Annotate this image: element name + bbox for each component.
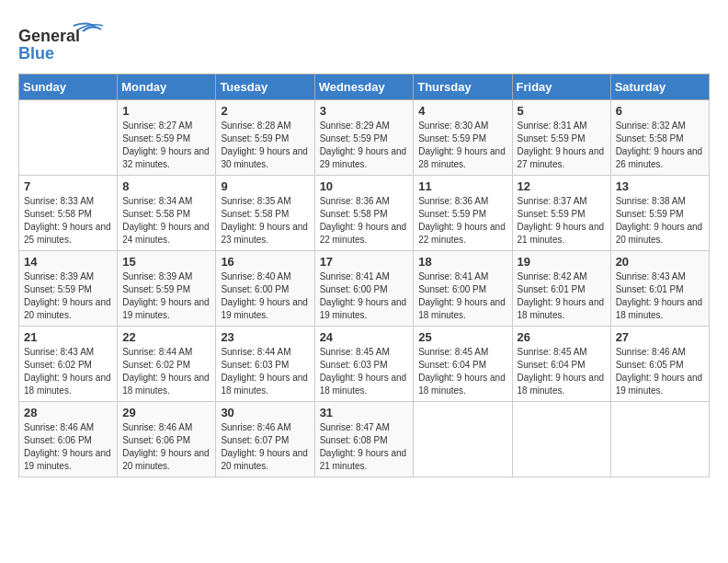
calendar-cell: 10Sunrise: 8:36 AMSunset: 5:58 PMDayligh… [314,176,414,251]
weekday-header-monday: Monday [118,75,216,100]
calendar-cell: 21Sunrise: 8:43 AMSunset: 6:02 PMDayligh… [19,327,118,402]
calendar-cell: 31Sunrise: 8:47 AMSunset: 6:08 PMDayligh… [314,402,414,477]
day-number: 3 [320,104,409,118]
calendar-cell [414,402,512,477]
day-info: Sunrise: 8:47 AMSunset: 6:08 PMDaylight:… [320,421,409,473]
day-number: 17 [320,255,409,269]
calendar-cell: 29Sunrise: 8:46 AMSunset: 6:06 PMDayligh… [118,402,216,477]
calendar-cell: 2Sunrise: 8:28 AMSunset: 5:59 PMDaylight… [216,100,314,176]
calendar-cell: 25Sunrise: 8:45 AMSunset: 6:04 PMDayligh… [414,327,512,402]
day-number: 8 [122,179,210,193]
day-info: Sunrise: 8:37 AMSunset: 5:59 PMDaylight:… [518,195,606,247]
calendar-cell [19,100,118,176]
weekday-header-tuesday: Tuesday [216,75,314,100]
calendar-table: SundayMondayTuesdayWednesdayThursdayFrid… [18,74,710,477]
day-number: 4 [418,104,506,118]
calendar-week-4: 21Sunrise: 8:43 AMSunset: 6:02 PMDayligh… [19,327,710,402]
calendar-cell: 8Sunrise: 8:34 AMSunset: 5:58 PMDaylight… [118,176,216,251]
weekday-header-wednesday: Wednesday [314,75,414,100]
day-info: Sunrise: 8:45 AMSunset: 6:04 PMDaylight:… [418,346,506,397]
day-number: 2 [221,104,309,118]
day-number: 5 [518,104,606,118]
day-info: Sunrise: 8:36 AMSunset: 5:58 PMDaylight:… [320,195,409,247]
day-info: Sunrise: 8:34 AMSunset: 5:58 PMDaylight:… [122,195,210,247]
day-number: 24 [320,330,409,344]
day-number: 31 [320,406,409,419]
day-info: Sunrise: 8:38 AMSunset: 5:59 PMDaylight:… [616,195,704,247]
day-number: 25 [418,330,506,344]
day-number: 26 [518,330,606,344]
page-header: General Blue [18,18,710,64]
day-number: 9 [221,179,309,193]
calendar-cell: 16Sunrise: 8:40 AMSunset: 6:00 PMDayligh… [216,251,314,327]
calendar-cell: 3Sunrise: 8:29 AMSunset: 5:59 PMDaylight… [314,100,414,176]
day-info: Sunrise: 8:33 AMSunset: 5:58 PMDaylight:… [24,195,112,247]
calendar-cell: 27Sunrise: 8:46 AMSunset: 6:05 PMDayligh… [610,327,709,402]
day-number: 1 [122,104,210,118]
calendar-cell: 12Sunrise: 8:37 AMSunset: 5:59 PMDayligh… [512,176,610,251]
day-number: 22 [122,330,210,344]
day-info: Sunrise: 8:46 AMSunset: 6:06 PMDaylight:… [24,421,112,473]
calendar-cell: 6Sunrise: 8:32 AMSunset: 5:58 PMDaylight… [610,100,709,176]
day-info: Sunrise: 8:29 AMSunset: 5:59 PMDaylight:… [320,120,409,171]
day-info: Sunrise: 8:27 AMSunset: 5:59 PMDaylight:… [122,120,210,171]
day-info: Sunrise: 8:41 AMSunset: 6:00 PMDaylight:… [418,270,506,322]
day-info: Sunrise: 8:45 AMSunset: 6:04 PMDaylight:… [518,346,606,397]
day-number: 21 [24,330,112,344]
weekday-header-thursday: Thursday [414,75,512,100]
calendar-cell: 30Sunrise: 8:46 AMSunset: 6:07 PMDayligh… [216,402,314,477]
logo: General Blue [18,18,119,64]
day-info: Sunrise: 8:31 AMSunset: 5:59 PMDaylight:… [518,120,606,171]
calendar-cell: 13Sunrise: 8:38 AMSunset: 5:59 PMDayligh… [610,176,709,251]
calendar-cell [512,402,610,477]
day-number: 13 [616,179,704,193]
day-info: Sunrise: 8:45 AMSunset: 6:03 PMDaylight:… [320,346,409,397]
calendar-body: 1Sunrise: 8:27 AMSunset: 5:59 PMDaylight… [19,100,710,477]
day-info: Sunrise: 8:43 AMSunset: 6:02 PMDaylight:… [24,346,112,397]
calendar-cell [610,402,709,477]
calendar-cell: 4Sunrise: 8:30 AMSunset: 5:59 PMDaylight… [414,100,512,176]
day-number: 23 [221,330,309,344]
day-info: Sunrise: 8:28 AMSunset: 5:59 PMDaylight:… [221,120,309,171]
calendar-cell: 18Sunrise: 8:41 AMSunset: 6:00 PMDayligh… [414,251,512,327]
calendar-week-3: 14Sunrise: 8:39 AMSunset: 5:59 PMDayligh… [19,251,710,327]
day-info: Sunrise: 8:46 AMSunset: 6:05 PMDaylight:… [616,346,704,397]
day-info: Sunrise: 8:30 AMSunset: 5:59 PMDaylight:… [418,120,506,171]
calendar-cell: 23Sunrise: 8:44 AMSunset: 6:03 PMDayligh… [216,327,314,402]
calendar-cell: 15Sunrise: 8:39 AMSunset: 5:59 PMDayligh… [118,251,216,327]
day-number: 19 [518,255,606,269]
calendar-cell: 1Sunrise: 8:27 AMSunset: 5:59 PMDaylight… [118,100,216,176]
day-number: 12 [518,179,606,193]
day-info: Sunrise: 8:35 AMSunset: 5:58 PMDaylight:… [221,195,309,247]
day-info: Sunrise: 8:44 AMSunset: 6:02 PMDaylight:… [122,346,210,397]
calendar-cell: 19Sunrise: 8:42 AMSunset: 6:01 PMDayligh… [512,251,610,327]
day-info: Sunrise: 8:46 AMSunset: 6:06 PMDaylight:… [122,421,210,473]
svg-text:Blue: Blue [18,44,54,63]
calendar-cell: 24Sunrise: 8:45 AMSunset: 6:03 PMDayligh… [314,327,414,402]
day-number: 28 [24,406,112,419]
weekday-header-row: SundayMondayTuesdayWednesdayThursdayFrid… [19,75,710,100]
calendar-week-5: 28Sunrise: 8:46 AMSunset: 6:06 PMDayligh… [19,402,710,477]
calendar-cell: 7Sunrise: 8:33 AMSunset: 5:58 PMDaylight… [19,176,118,251]
calendar-cell: 5Sunrise: 8:31 AMSunset: 5:59 PMDaylight… [512,100,610,176]
day-number: 20 [616,255,704,269]
day-number: 16 [221,255,309,269]
calendar-week-2: 7Sunrise: 8:33 AMSunset: 5:58 PMDaylight… [19,176,710,251]
logo-svg: General Blue [18,18,119,64]
calendar-cell: 17Sunrise: 8:41 AMSunset: 6:00 PMDayligh… [314,251,414,327]
calendar-cell: 28Sunrise: 8:46 AMSunset: 6:06 PMDayligh… [19,402,118,477]
day-number: 18 [418,255,506,269]
day-number: 27 [616,330,704,344]
day-number: 7 [24,179,112,193]
day-number: 15 [122,255,210,269]
day-info: Sunrise: 8:42 AMSunset: 6:01 PMDaylight:… [518,270,606,322]
day-number: 11 [418,179,506,193]
day-info: Sunrise: 8:43 AMSunset: 6:01 PMDaylight:… [616,270,704,322]
calendar-week-1: 1Sunrise: 8:27 AMSunset: 5:59 PMDaylight… [19,100,710,176]
calendar-cell: 9Sunrise: 8:35 AMSunset: 5:58 PMDaylight… [216,176,314,251]
calendar-cell: 14Sunrise: 8:39 AMSunset: 5:59 PMDayligh… [19,251,118,327]
day-info: Sunrise: 8:39 AMSunset: 5:59 PMDaylight:… [122,270,210,322]
day-info: Sunrise: 8:32 AMSunset: 5:58 PMDaylight:… [616,120,704,171]
day-number: 14 [24,255,112,269]
calendar-cell: 22Sunrise: 8:44 AMSunset: 6:02 PMDayligh… [118,327,216,402]
